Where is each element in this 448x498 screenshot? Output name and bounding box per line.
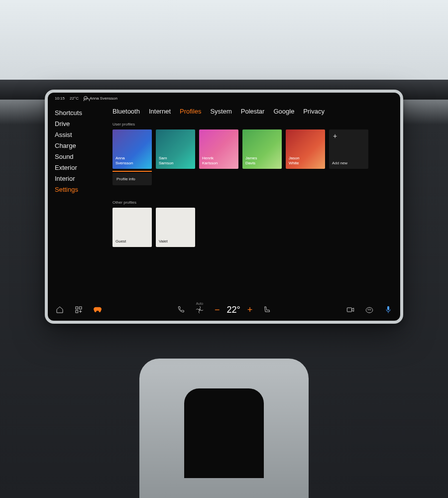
camera-icon[interactable] [346, 306, 354, 314]
profile-name: Anna Svensson [115, 156, 149, 166]
profile-name: Henrik Karlsson [202, 156, 235, 166]
sidebar-item-drive[interactable]: Drive [55, 119, 107, 129]
profile-card-anna[interactable]: Anna Svensson [112, 129, 152, 169]
other-profiles-grid: Guest Valet [112, 208, 393, 247]
sidebar-item-interior[interactable]: Interior [55, 173, 107, 184]
climate-temp: 22° [226, 305, 240, 315]
profile-card-valet[interactable]: Valet [156, 208, 195, 247]
profile-card-henrik[interactable]: Henrik Karlsson [199, 129, 238, 169]
phone-icon[interactable] [177, 306, 185, 314]
apps-icon[interactable] [75, 306, 83, 314]
center-console [139, 359, 309, 498]
game-controller-icon[interactable] [94, 306, 102, 314]
status-outside-temp: 22°C [70, 96, 79, 101]
tab-bluetooth[interactable]: Bluetooth [112, 108, 140, 115]
temp-down-button[interactable]: − [215, 305, 220, 315]
defrost-icon[interactable] [365, 306, 373, 314]
plus-icon: + [333, 133, 337, 138]
svg-rect-4 [347, 308, 351, 312]
profile-name: Valet [159, 239, 192, 244]
content-area: Bluetooth Internet Profiles System Poles… [107, 104, 400, 299]
profile-name: James Davis [245, 156, 279, 166]
settings-tabs: Bluetooth Internet Profiles System Poles… [112, 108, 393, 115]
svg-rect-5 [387, 306, 389, 310]
sidebar-item-settings[interactable]: Settings [55, 184, 107, 195]
sidebar-item-exterior[interactable]: Exterior [55, 162, 107, 173]
tab-polestar[interactable]: Polestar [241, 108, 265, 115]
temp-up-button[interactable]: + [247, 305, 253, 315]
tab-profiles[interactable]: Profiles [180, 108, 201, 115]
tab-privacy[interactable]: Privacy [303, 108, 325, 115]
tab-system[interactable]: System [210, 108, 231, 115]
sidebar: Shortcuts Drive Assist Charge Sound Exte… [48, 104, 107, 299]
profile-info-button[interactable]: Profile info [112, 173, 152, 185]
sidebar-item-assist[interactable]: Assist [55, 129, 107, 140]
status-user[interactable]: Anna Svensson [84, 96, 117, 101]
tab-internet[interactable]: Internet [149, 108, 171, 115]
home-icon[interactable] [56, 306, 64, 314]
tab-google[interactable]: Google [273, 108, 294, 115]
status-user-name: Anna Svensson [90, 96, 117, 101]
profile-card-sam[interactable]: Sam Samson [156, 129, 195, 169]
climate-control: − 22° + [215, 305, 252, 315]
profile-card-jason[interactable]: Jason White [286, 129, 325, 169]
sidebar-item-shortcuts[interactable]: Shortcuts [55, 108, 107, 119]
profile-card-james[interactable]: James Davis [242, 129, 282, 169]
profile-name: Sam Samson [159, 156, 192, 166]
active-profile-indicator [112, 171, 152, 172]
seat-icon[interactable] [263, 306, 271, 314]
sidebar-item-sound[interactable]: Sound [55, 151, 107, 162]
sidebar-item-charge[interactable]: Charge [55, 140, 107, 151]
infotainment-screen: 10:15 22°C Anna Svensson Shortcuts Drive… [48, 93, 400, 321]
climate-mode-label: Auto [196, 302, 203, 305]
profile-name: Jason White [289, 156, 322, 166]
user-profiles-grid: Anna Svensson Sam Samson Henrik Karlsson… [112, 129, 393, 169]
status-bar: 10:15 22°C Anna Svensson [48, 93, 400, 104]
profile-name: Guest [115, 239, 149, 244]
other-profiles-label: Other profiles [112, 200, 393, 205]
svg-rect-2 [76, 310, 78, 313]
profile-card-add-new[interactable]: + Add new [329, 129, 368, 169]
profile-card-guest[interactable]: Guest [112, 208, 152, 247]
infotainment-screen-frame: 10:15 22°C Anna Svensson Shortcuts Drive… [45, 90, 403, 324]
svg-rect-1 [79, 307, 82, 309]
fan-icon[interactable]: Auto [196, 306, 204, 314]
status-time: 10:15 [55, 96, 65, 101]
add-new-label: Add new [332, 161, 365, 166]
bottom-dock: Auto − 22° + [48, 299, 400, 321]
svg-point-3 [199, 309, 201, 311]
user-icon [84, 96, 88, 100]
user-profiles-label: User profiles [112, 122, 393, 126]
svg-rect-0 [76, 307, 78, 309]
microphone-icon[interactable] [384, 306, 392, 314]
